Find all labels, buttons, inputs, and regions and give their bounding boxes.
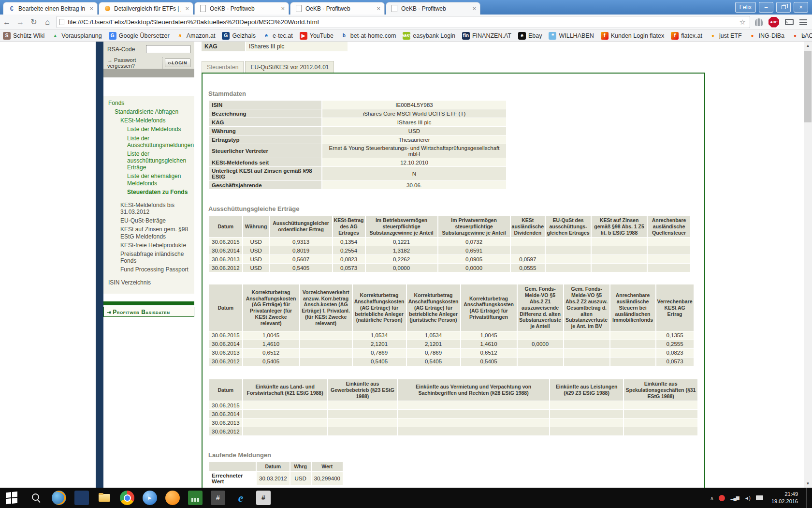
column-header: Einkünfte aus Spekulationsgeschäften (§3… (624, 379, 697, 401)
bookmark-label: just ETF (719, 32, 742, 39)
rsa-code-input[interactable] (146, 45, 190, 53)
show-desktop-button[interactable] (806, 488, 810, 508)
bookmark-item[interactable]: G Google Übersetzer (109, 32, 170, 40)
sidebar-nav-item[interactable]: KESt auf Zinsen gem. §98 EStG Meldefonds (105, 225, 192, 240)
tab-close-icon[interactable]: × (86, 5, 97, 12)
bookmark-item[interactable]: ● ING-DiBa (749, 32, 784, 40)
table-cell: 0,5405 (461, 358, 517, 366)
sidebar-nav-item[interactable]: Liste der Meldefonds (105, 125, 192, 134)
browser-tab[interactable]: OeKB - Profitweb × (194, 2, 289, 15)
volume-icon[interactable]: ◄) (744, 495, 751, 501)
taskbar-clock[interactable]: 21:49 19.02.2016 (768, 491, 801, 505)
table-row: Geschäftsjahrende30.06. (209, 181, 506, 189)
bookmark-item[interactable]: a Amazon.at (176, 32, 216, 40)
start-button[interactable] (0, 488, 23, 508)
browser-menu-icon[interactable] (799, 19, 807, 20)
cast-icon[interactable] (785, 19, 794, 25)
tab-close-icon[interactable]: × (277, 5, 289, 12)
content-tab[interactable]: Steuerdaten (202, 61, 244, 73)
address-bar[interactable]: file:///C:/Users/Felix/Desktop/Steuerdat… (56, 16, 750, 28)
basisdaten-button[interactable]: Profitweb Basisdaten (103, 307, 194, 317)
tab-close-icon[interactable]: × (468, 5, 480, 12)
table-cell: Steuerlicher Vertreter (209, 144, 321, 158)
taskbar-app-icon[interactable] (120, 491, 134, 505)
sidebar-nav-item[interactable]: Fonds (105, 99, 192, 107)
extension-hand-icon[interactable] (755, 18, 763, 26)
sidebar-nav-item[interactable]: Preisabfrage inländische Fonds (105, 250, 192, 265)
reload-icon[interactable]: ↻ (27, 17, 41, 27)
bookmark-star-icon[interactable]: ☆ (739, 18, 747, 27)
tab-close-icon[interactable]: × (181, 5, 193, 12)
browser-tab[interactable]: Detailvergleich für ETFs | ju × (99, 2, 193, 15)
bookmark-item[interactable]: e Ebay (518, 32, 542, 40)
bookmark-item[interactable]: f Kunden Login flatex (601, 32, 665, 40)
bookmark-item[interactable]: fin FINANZEN.AT (462, 32, 511, 40)
bookmark-item[interactable]: ▲ Vorausplanung (51, 32, 102, 40)
table-cell: 0,5405 (243, 358, 299, 366)
taskbar-app-icon[interactable] (74, 491, 89, 505)
forward-icon[interactable]: → (14, 18, 27, 27)
minimize-button[interactable]: – (759, 2, 773, 13)
content-tab[interactable]: EU-QuSt/KESt vor 2012.04.01 (245, 61, 334, 73)
sidebar-nav-item[interactable]: Fund Processing Passport (105, 265, 192, 274)
table-cell: 2,1201 (353, 340, 406, 348)
browser-tab[interactable]: Bearbeite einen Beitrag in × (3, 2, 98, 15)
network-icon[interactable]: ▂▄▆ (730, 495, 739, 500)
bookmarks-overflow-icon[interactable]: » (801, 31, 805, 39)
keyboard-icon[interactable] (756, 495, 763, 500)
sidebar-nav-item[interactable]: Steuerdaten zu Fonds (105, 188, 192, 196)
sidebar-nav-item[interactable]: Liste der Ausschüttungsmeldungen (105, 134, 192, 149)
hidden-icons-chevron-icon[interactable]: ∧ (710, 495, 713, 501)
bookmark-item[interactable]: e e-tec.at (262, 32, 293, 40)
bookmark-item[interactable]: f flatex.at (671, 32, 702, 40)
bookmark-item[interactable]: ❝ WILLHABEN (549, 32, 594, 40)
profile-button[interactable]: Felix (735, 2, 756, 13)
sidebar-nav-item[interactable]: Liste der ehemaligen Meldefonds (105, 172, 192, 187)
browser-tab[interactable]: OeKB - Profitweb × (290, 2, 385, 15)
table-row: 30.06.2014 (209, 410, 697, 418)
taskbar-app-icon[interactable] (233, 491, 248, 505)
table-cell: 0,9313 (270, 238, 332, 246)
table-cell (550, 418, 623, 427)
taskbar-app-icon[interactable] (165, 491, 180, 505)
back-icon[interactable]: ← (0, 18, 14, 27)
taskbar-app-icon[interactable] (143, 491, 157, 505)
scroll-down-icon[interactable]: ▼ (804, 479, 812, 488)
sidebar-nav-item[interactable]: KESt-Meldefonds bis 31.03.2012 (105, 201, 192, 216)
bookmark-item[interactable]: S Schütz Wiki (3, 32, 44, 40)
taskbar-app-icon[interactable] (29, 491, 44, 505)
bookmark-item[interactable]: ▶ YouTube (300, 32, 334, 40)
sidebar-nav-item[interactable]: KESt-freie Hebelprodukte (105, 241, 192, 250)
adblock-plus-icon[interactable]: ABP (768, 17, 779, 28)
taskbar-app-icon[interactable] (211, 491, 225, 505)
close-button[interactable]: × (794, 2, 808, 13)
restore-button[interactable] (776, 2, 791, 13)
sidebar-nav-item[interactable]: EU-QuSt-Beträge (105, 216, 192, 225)
bookmark-item[interactable]: ● just ETF (709, 32, 742, 40)
taskbar-app-icon[interactable] (256, 491, 271, 505)
tab-label: OeKB - Profitweb (210, 5, 277, 12)
bookmark-item[interactable]: b bet-at-home.com (340, 32, 396, 40)
login-button[interactable]: Login (165, 59, 191, 67)
taskbar-app-icon[interactable] (188, 491, 203, 505)
antivirus-tray-icon[interactable] (719, 495, 725, 501)
table-cell: Währung (209, 127, 321, 135)
sidebar-nav-item[interactable]: KESt-Meldefonds (105, 116, 192, 125)
taskbar-app-icon[interactable] (52, 491, 66, 505)
scroll-up-icon[interactable]: ▲ (804, 42, 812, 50)
scrollbar-thumb[interactable] (804, 51, 812, 122)
browser-tab[interactable]: OeKB - Profitweb × (386, 2, 480, 15)
home-icon[interactable]: ⌂ (41, 18, 54, 27)
bookmark-item[interactable]: G Geizhals (222, 32, 256, 40)
forgot-password-link[interactable]: Passwort vergessen? (107, 57, 162, 69)
taskbar-app-icon[interactable] (97, 491, 112, 505)
url-text[interactable]: file:///C:/Users/Felix/Desktop/Steuerdat… (68, 18, 739, 26)
scrollbar[interactable]: ▲ ▼ (804, 42, 812, 488)
table-cell: 0,5405 (270, 264, 332, 272)
table-cell: 0,0905 (438, 255, 510, 263)
sidebar-nav-item[interactable]: Liste der ausschüttungsgleichen Erträge (105, 149, 192, 172)
tab-close-icon[interactable]: × (373, 5, 384, 12)
bookmark-item[interactable]: easy easybank Login (403, 32, 455, 40)
sidebar-nav-item[interactable]: ISIN Verzeichnis (105, 278, 192, 287)
sidebar-nav-item[interactable]: Standardisierte Abfragen (105, 107, 192, 116)
